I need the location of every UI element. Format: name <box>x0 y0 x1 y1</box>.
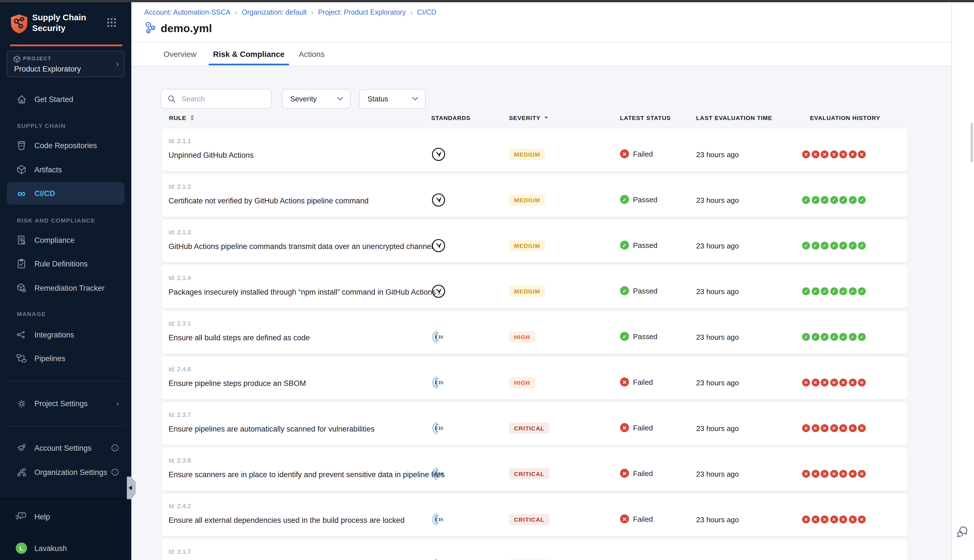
history-passed-icon: ✓ <box>830 287 838 295</box>
user-name: Lavakush <box>34 544 67 552</box>
evaluation-time: 23 hours ago <box>696 470 739 478</box>
sidebar-item-remediation-tracker[interactable]: Remediation Tracker <box>7 277 125 299</box>
sidebar-divider <box>7 381 125 382</box>
sidebar-item-project-settings[interactable]: Project Settings › <box>7 392 125 415</box>
tabs-divider <box>131 66 951 67</box>
table-row[interactable]: Id: 2.4.2 Ensure all external dependenci… <box>162 493 907 536</box>
svg-text:i: i <box>114 470 115 475</box>
rule-id: Id: 2.1.1 <box>168 137 191 144</box>
tab-overview[interactable]: Overview <box>163 50 197 58</box>
severity-filter-dropdown[interactable]: Severity <box>282 89 350 109</box>
project-selector[interactable]: PROJECT Product Exploratory › <box>7 51 125 77</box>
rule-name: Ensure all external dependencies used in… <box>168 516 405 525</box>
history-passed-icon: ✓ <box>802 242 810 250</box>
table-row[interactable]: Id: 2.4.6 Ensure pipeline steps produce … <box>162 357 907 400</box>
history-passed-icon: ✓ <box>839 242 847 250</box>
evaluation-history: ✕✕✕✕✕✕✕ <box>802 378 866 387</box>
breadcrumb-project[interactable]: Project: Product Exploratory <box>318 8 405 16</box>
table-row[interactable]: Id: 2.3.1 Ensure all build steps are def… <box>162 311 907 354</box>
history-failed-icon: ✕ <box>811 515 819 523</box>
module-grid-icon[interactable] <box>107 17 117 28</box>
latest-status: ✓ Passed <box>620 286 657 295</box>
sidebar-item-label: Help <box>34 512 50 521</box>
table-row[interactable]: Id: 2.1.3 GitHub Actions pipeline comman… <box>162 220 907 263</box>
breadcrumb-cicd[interactable]: CI/CD <box>417 8 436 16</box>
sidebar-item-user[interactable]: L Lavakush <box>7 537 125 560</box>
sidebar-item-account-settings[interactable]: Account Settings i <box>7 437 125 459</box>
breadcrumb-account[interactable]: Account: Automation-SSCA <box>144 8 230 16</box>
drone-standard-icon <box>431 193 446 207</box>
history-passed-icon: ✓ <box>802 196 810 204</box>
info-icon: i <box>111 468 119 476</box>
tab-risk-compliance[interactable]: Risk & Compliance <box>213 50 285 58</box>
rule-name: Packages insecurely installed through “n… <box>168 288 444 296</box>
column-header-latest-status[interactable]: LATEST STATUS <box>620 114 671 121</box>
table-row[interactable]: Id: 2.1.4 Packages insecurely installed … <box>162 265 907 308</box>
evaluation-history: ✓✓✓✓✓✓✓ <box>802 242 866 250</box>
evaluation-time: 23 hours ago <box>696 515 739 524</box>
sidebar-item-compliance[interactable]: Compliance <box>7 229 125 251</box>
status-text: Failed <box>633 469 653 477</box>
svg-text:</>: </> <box>19 144 24 147</box>
column-header-standards[interactable]: STANDARDS <box>431 114 470 121</box>
compliance-document-icon <box>16 235 27 245</box>
cis-standard-icon: CIS <box>431 512 446 527</box>
sidebar-item-code-repositories[interactable]: </> Code Repositories <box>7 134 125 157</box>
table-row[interactable]: Id: 2.1.1 Unpinned GitHub Actions MEDIUM… <box>162 128 907 171</box>
chevron-down-icon <box>412 97 418 101</box>
history-failed-icon: ✕ <box>830 470 838 478</box>
sidebar-item-label: Account Settings <box>34 444 92 452</box>
status-text: Failed <box>633 378 653 386</box>
table-row[interactable]: Id: 2.3.7 Ensure pipelines are automatic… <box>162 402 907 445</box>
column-header-severity[interactable]: SEVERITY <box>509 114 548 121</box>
sidebar-item-get-started[interactable]: Get Started <box>7 88 125 110</box>
cis-standard-icon: CIS <box>431 558 446 560</box>
svg-text:i: i <box>114 446 115 450</box>
rule-id: Id: 2.1.3 <box>168 229 191 235</box>
scrollbar-thumb[interactable] <box>971 123 973 162</box>
sidebar-item-cicd[interactable]: ∞ CI/CD <box>7 182 125 205</box>
breadcrumb-separator: › <box>410 8 413 16</box>
sidebar-item-help[interactable]: ? Help <box>7 505 125 528</box>
table-row[interactable]: Id: 2.1.2 Certificate not verified by Gi… <box>162 174 907 217</box>
history-passed-icon: ✓ <box>811 242 819 250</box>
sidebar-item-integrations[interactable]: Integrations <box>7 323 125 346</box>
latest-status: ✕ Failed <box>620 469 653 478</box>
status-filter-dropdown[interactable]: Status <box>359 89 425 109</box>
status-passed-icon: ✓ <box>620 332 629 341</box>
history-passed-icon: ✓ <box>849 333 856 341</box>
column-header-rule[interactable]: RULE <box>169 114 193 121</box>
latest-status: ✕ Failed <box>620 377 653 387</box>
column-header-evaluation-history[interactable]: EVALUATION HISTORY <box>810 114 880 121</box>
history-failed-icon: ✕ <box>839 378 847 387</box>
evaluation-time: 23 hours ago <box>696 242 739 250</box>
sidebar-item-artifacts[interactable]: Artifacts <box>7 158 125 181</box>
project-cube-icon <box>13 55 21 63</box>
table-row[interactable]: Id: 2.3.8 Ensure scanners are in place t… <box>162 448 907 491</box>
svg-text:CIS: CIS <box>435 471 443 477</box>
sidebar-item-pipelines[interactable]: Pipelines <box>7 347 125 370</box>
latest-status: ✕ Failed <box>620 149 653 158</box>
sort-desc-icon <box>544 117 548 119</box>
breadcrumb: Account: Automation-SSCA › Organization:… <box>144 8 436 16</box>
table-row[interactable]: Id: 3.1.7 CIS CRITICAL ✕ Failed 23 hours… <box>162 539 907 560</box>
rule-name: Ensure scanners are in place to identify… <box>168 470 445 479</box>
svg-text:CIS: CIS <box>435 380 443 385</box>
sidebar-item-organization-settings[interactable]: Organization Settings i <box>7 461 125 483</box>
rule-name: Ensure pipeline steps produce an SBOM <box>168 379 306 388</box>
status-text: Failed <box>633 150 653 158</box>
breadcrumb-organization[interactable]: Organization: default <box>242 8 307 16</box>
history-passed-icon: ✓ <box>858 287 866 295</box>
help-chat-icon: ? <box>16 511 27 522</box>
history-failed-icon: ✕ <box>821 515 829 523</box>
history-failed-icon: ✕ <box>839 515 847 523</box>
cis-standard-icon: CIS <box>431 421 446 435</box>
tab-actions[interactable]: Actions <box>299 50 325 58</box>
sidebar-item-rule-definitions[interactable]: Rule Definitions <box>7 252 125 275</box>
column-header-last-evaluation-time[interactable]: LAST EVALUATION TIME <box>696 114 772 121</box>
search-input[interactable] <box>180 94 262 104</box>
rule-id: Id: 3.1.7 <box>168 548 191 555</box>
sidebar-item-label: Code Repositories <box>34 141 97 150</box>
latest-status: ✓ Passed <box>620 195 657 204</box>
chat-support-icon[interactable] <box>956 525 970 540</box>
